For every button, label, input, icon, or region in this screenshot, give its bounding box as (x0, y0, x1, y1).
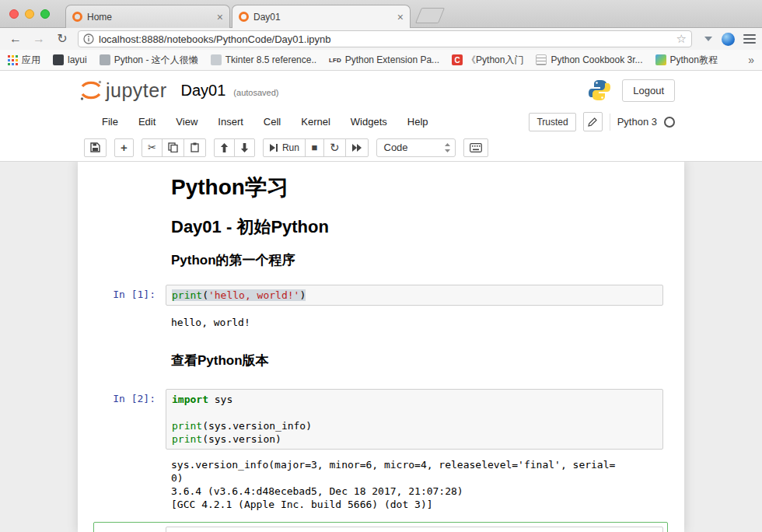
notebook-heading-3: 查看Python版本 (171, 352, 663, 369)
browser-tab-day01[interactable]: Day01 × (232, 5, 411, 28)
code-line: print(sys.version) (172, 432, 662, 446)
bookmark-python-intro[interactable]: C 《Python入门 (452, 54, 523, 67)
macos-titlebar: Home × Day01 × (0, 0, 762, 28)
menu-cell[interactable]: Cell (253, 116, 291, 128)
restart-icon: ↻ (330, 142, 340, 153)
restart-run-all-button[interactable] (345, 138, 369, 157)
csdn-favicon-icon: C (452, 54, 463, 65)
menu-view[interactable]: View (166, 116, 208, 128)
move-cell-down-button[interactable] (234, 138, 255, 157)
output-area-2: sys.version_info(major=3, minor=6, micro… (78, 457, 684, 511)
jupyter-logo[interactable]: jupyter (79, 78, 167, 103)
run-cell-button[interactable]: Run (263, 138, 306, 157)
bookmark-python-extension[interactable]: LFD Python Extension Pa... (329, 54, 439, 65)
url-text[interactable]: localhost:8888/notebooks/PythonCode/Day0… (99, 33, 676, 45)
cell-type-select[interactable]: Code (376, 138, 456, 157)
new-tab-button[interactable] (415, 8, 445, 23)
add-cell-button[interactable]: + (114, 138, 134, 157)
tab-title: Home (87, 12, 212, 23)
notebook-scroll-area[interactable]: Python学习 Day01 - 初始Python Python的第一个程序 I… (0, 162, 762, 532)
dropdown-triangle-icon[interactable] (704, 36, 713, 42)
code-input-area[interactable]: import sys print(sys.version_info) print… (166, 389, 663, 450)
notebook-title[interactable]: Day01 (181, 82, 226, 100)
menu-kernel[interactable]: Kernel (291, 116, 341, 128)
cut-cell-button[interactable]: ✂ (142, 138, 163, 157)
paste-cell-button[interactable] (184, 138, 206, 157)
markdown-cell-h3-second[interactable]: 查看Python版本 (78, 352, 684, 369)
jupyter-logo-icon (79, 78, 103, 103)
trusted-button[interactable]: Trusted (529, 113, 575, 131)
globe-extension-icon[interactable] (722, 33, 735, 46)
python-logo-icon (588, 79, 611, 102)
code-token: print (172, 289, 202, 301)
paste-icon (190, 142, 200, 152)
bookmark-label: layui (68, 54, 87, 65)
input-prompt: In [1]: (78, 285, 166, 306)
browser-tab-home[interactable]: Home × (65, 5, 230, 28)
zoom-window-button[interactable] (40, 9, 50, 19)
code-cell-2[interactable]: In [2]: import sys print(sys.version_inf… (78, 389, 684, 450)
code-input-area[interactable] (166, 527, 663, 532)
output-line: 3.6.4 (v3.6.4:d48ecebad5, Dec 18 2017, 2… (171, 485, 615, 498)
markdown-cell-h2[interactable]: Day01 - 初始Python (78, 216, 684, 238)
code-token: 'hello, world!' (208, 289, 299, 301)
window-controls (9, 9, 50, 19)
tab-close-icon[interactable]: × (397, 12, 404, 23)
output-line: 0) (171, 471, 615, 485)
copy-cell-button[interactable] (162, 138, 184, 157)
bookmark-label: Python Cookbook 3r... (551, 54, 642, 65)
bookmark-python-tutorial[interactable]: Python教程 (655, 54, 718, 67)
divider (610, 114, 610, 131)
bookmark-star-icon[interactable]: ☆ (676, 32, 687, 46)
address-bar[interactable]: localhost:8888/notebooks/PythonCode/Day0… (78, 30, 692, 47)
save-button[interactable] (84, 138, 107, 157)
tab-close-icon[interactable]: × (217, 12, 223, 23)
markdown-cell-h1[interactable]: Python学习 (78, 174, 684, 201)
command-palette-button[interactable] (463, 138, 488, 157)
site-favicon-icon (100, 54, 110, 65)
code-input-area[interactable]: print('hello, world!') (166, 285, 663, 306)
code-token: (sys.version) (202, 433, 281, 445)
menu-file[interactable]: File (92, 116, 128, 128)
forward-icon[interactable]: → (30, 30, 48, 48)
jupyter-brand-text: jupyter (106, 79, 167, 102)
reload-icon[interactable]: ↻ (53, 30, 72, 48)
menu-help[interactable]: Help (397, 116, 439, 128)
page-info-icon[interactable] (83, 33, 94, 44)
minimize-window-button[interactable] (25, 9, 34, 19)
bookmark-apps[interactable]: 应用 (8, 54, 40, 67)
bookmark-cookbook[interactable]: Python Cookbook 3r... (536, 54, 642, 65)
bookmarks-overflow-icon[interactable]: » (748, 54, 754, 66)
output-prompt-spacer (78, 457, 166, 511)
bookmark-label: Tkinter 8.5 reference.. (225, 54, 316, 65)
menu-insert[interactable]: Insert (208, 116, 253, 128)
code-cell-1[interactable]: In [1]: print('hello, world!') (78, 285, 684, 306)
jupyter-favicon-icon (72, 12, 82, 22)
site-favicon-icon (211, 54, 222, 65)
bookmark-layui[interactable]: layui (53, 54, 87, 65)
copy-icon (168, 142, 178, 152)
interrupt-kernel-button[interactable]: ■ (305, 138, 324, 157)
bookmark-label: Python Extension Pa... (345, 54, 439, 65)
markdown-cell-h3-first[interactable]: Python的第一个程序 (78, 252, 684, 269)
restart-kernel-button[interactable]: ↻ (323, 138, 346, 157)
code-cell-3-selected[interactable]: In [ ]: (93, 522, 668, 532)
chrome-menu-icon[interactable] (743, 34, 756, 44)
code-token: print (172, 420, 202, 432)
code-token: sys (208, 394, 232, 405)
move-cell-up-button[interactable] (214, 138, 235, 157)
layui-favicon-icon (53, 54, 64, 65)
bookmark-python-lazy[interactable]: Python - 这个人很懒 (100, 54, 198, 67)
cell-type-value: Code (384, 142, 444, 153)
bookmark-tkinter[interactable]: Tkinter 8.5 reference.. (211, 54, 316, 65)
back-icon[interactable]: ← (6, 30, 25, 48)
kernel-name: Python 3 (617, 116, 657, 128)
menu-edit[interactable]: Edit (128, 116, 166, 128)
tab-title: Day01 (253, 12, 393, 23)
close-window-button[interactable] (9, 9, 19, 19)
menu-widgets[interactable]: Widgets (341, 116, 397, 128)
output-prompt-spacer (78, 314, 166, 329)
prompt-spacer (78, 352, 166, 369)
logout-button[interactable]: Logout (622, 79, 675, 102)
input-prompt: In [2]: (78, 389, 166, 450)
